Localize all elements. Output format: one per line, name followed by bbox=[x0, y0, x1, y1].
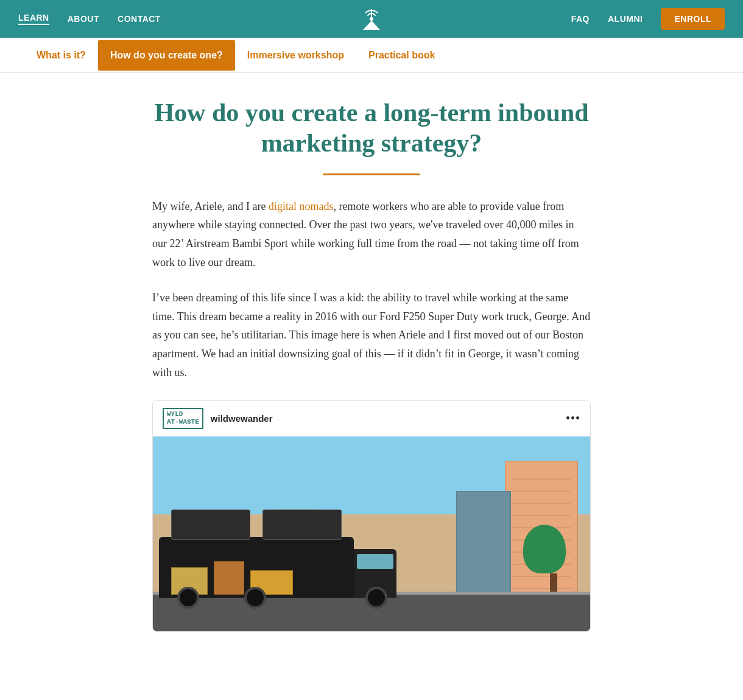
tab-how-create[interactable]: How do you create one? bbox=[98, 40, 235, 71]
instagram-username: wildwewander bbox=[211, 413, 273, 424]
cargo-box-2 bbox=[214, 561, 244, 595]
page-title: How do you create a long-term inbound ma… bbox=[152, 97, 591, 159]
site-logo[interactable] bbox=[357, 3, 386, 35]
main-content: How do you create a long-term inbound ma… bbox=[140, 73, 603, 668]
top-nav-right: FAQ ALUMNI ENROLL bbox=[571, 8, 725, 30]
title-divider bbox=[323, 173, 420, 175]
truck-panel-left bbox=[171, 509, 250, 540]
tree-foliage bbox=[523, 525, 566, 573]
instagram-user-info: WYLDAT·WASTE wildwewander bbox=[163, 408, 273, 429]
truck-body bbox=[159, 537, 354, 598]
instagram-photo bbox=[153, 436, 590, 631]
wheel-1 bbox=[177, 587, 199, 609]
nav-contact[interactable]: CONTACT bbox=[118, 14, 161, 24]
nav-faq[interactable]: FAQ bbox=[571, 14, 590, 24]
nav-learn[interactable]: LEARN bbox=[18, 13, 49, 25]
top-navigation: LEARN ABOUT CONTACT FAQ ALUMNI ENROLL bbox=[0, 0, 743, 38]
instagram-header: WYLDAT·WASTE wildwewander ••• bbox=[153, 401, 590, 436]
sub-navigation: What is it? How do you create one? Immer… bbox=[0, 38, 743, 73]
tree bbox=[541, 525, 566, 598]
svg-point-0 bbox=[370, 17, 373, 21]
tab-what-is-it[interactable]: What is it? bbox=[24, 40, 98, 71]
nav-about[interactable]: ABOUT bbox=[68, 14, 99, 24]
instagram-embed: WYLDAT·WASTE wildwewander ••• bbox=[152, 400, 591, 631]
wheel-3 bbox=[365, 587, 387, 609]
paragraph-2: I’ve been dreaming of this life since I … bbox=[152, 289, 591, 382]
digital-nomads-link[interactable]: digital nomads bbox=[269, 200, 334, 212]
truck-windshield bbox=[357, 554, 393, 569]
paragraph-1: My wife, Ariele, and I are digital nomad… bbox=[152, 197, 591, 271]
tab-book[interactable]: Practical book bbox=[356, 40, 447, 71]
enroll-button[interactable]: ENROLL bbox=[661, 8, 725, 30]
truck-panel-right bbox=[262, 509, 342, 540]
instagram-more-options[interactable]: ••• bbox=[566, 411, 580, 425]
svg-marker-1 bbox=[363, 21, 380, 30]
top-nav-left: LEARN ABOUT CONTACT bbox=[18, 13, 161, 25]
wheel-2 bbox=[244, 587, 266, 609]
p1-before-link: My wife, Ariele, and I are bbox=[152, 200, 269, 212]
instagram-account-logo: WYLDAT·WASTE bbox=[163, 408, 203, 429]
nav-alumni[interactable]: ALUMNI bbox=[608, 14, 643, 24]
building-2 bbox=[456, 491, 511, 595]
tab-workshop[interactable]: Immersive workshop bbox=[235, 40, 356, 71]
